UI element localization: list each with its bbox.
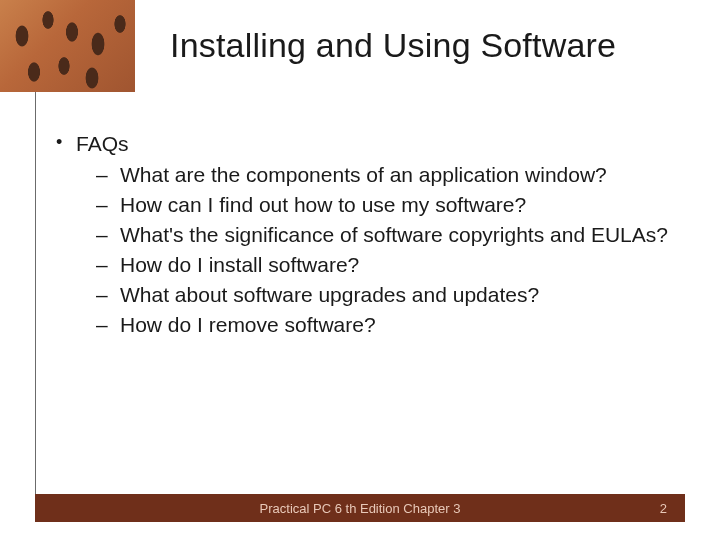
bullet-level2: How do I remove software? bbox=[54, 311, 694, 340]
bullet-level2: How can I find out how to use my softwar… bbox=[54, 191, 694, 220]
slide-number: 2 bbox=[660, 501, 667, 516]
slide: Installing and Using Software FAQs What … bbox=[0, 0, 720, 540]
vertical-divider bbox=[35, 92, 36, 496]
faq-item: How can I find out how to use my softwar… bbox=[120, 193, 526, 216]
faq-item: What about software upgrades and updates… bbox=[120, 283, 539, 306]
decorative-corner-image bbox=[0, 0, 135, 92]
bullet-level2: How do I install software? bbox=[54, 251, 694, 280]
bullet-label: FAQs bbox=[76, 132, 129, 155]
bullet-level2: What about software upgrades and updates… bbox=[54, 281, 694, 310]
faq-item: How do I install software? bbox=[120, 253, 359, 276]
bullet-level1: FAQs bbox=[54, 130, 694, 159]
slide-title: Installing and Using Software bbox=[170, 26, 700, 65]
faq-item: What's the significance of software copy… bbox=[120, 223, 668, 246]
content-body: FAQs What are the components of an appli… bbox=[54, 130, 694, 341]
bullet-level2: What's the significance of software copy… bbox=[54, 221, 694, 250]
footer-bar: Practical PC 6 th Edition Chapter 3 2 bbox=[35, 494, 685, 522]
bullet-level2: What are the components of an applicatio… bbox=[54, 161, 694, 190]
footer-text: Practical PC 6 th Edition Chapter 3 bbox=[35, 501, 685, 516]
faq-item: How do I remove software? bbox=[120, 313, 376, 336]
faq-item: What are the components of an applicatio… bbox=[120, 163, 607, 186]
